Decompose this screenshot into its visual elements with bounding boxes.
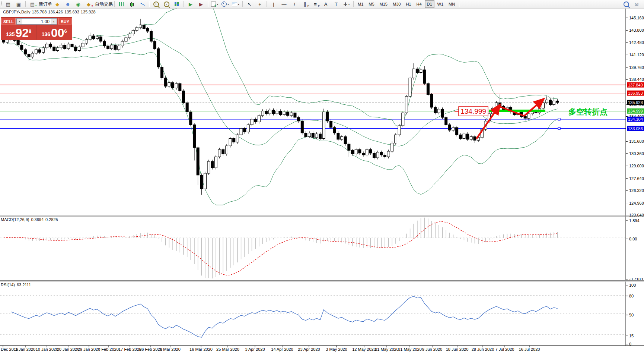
svg-text:145.160: 145.160: [629, 16, 644, 20]
periods-icon[interactable]: ▾: [220, 0, 230, 8]
buy-button[interactable]: BUY: [58, 18, 71, 25]
svg-text:126.320: 126.320: [629, 188, 644, 193]
rsi-indicator-label: RSI(14)63.2111: [1, 283, 33, 287]
buy-price-sup: 6: [64, 28, 67, 34]
chart-canvas[interactable]: 145.160143.800142.480141.120139.760138.4…: [0, 0, 644, 353]
svg-text:7 Jul 2020: 7 Jul 2020: [495, 347, 514, 352]
auto-scroll-icon[interactable]: ▶: [186, 0, 195, 8]
ohlc-close: 135.928: [81, 10, 96, 14]
trendline-icon[interactable]: /: [290, 0, 299, 8]
crosshair-icon[interactable]: +: [255, 0, 265, 8]
chat-icon[interactable]: ✉: [632, 0, 641, 8]
mql5-community-icon[interactable]: ◆: [52, 0, 62, 8]
timeframe-m5-button[interactable]: M5: [366, 0, 376, 8]
svg-text:137.849: 137.849: [628, 83, 643, 87]
text-label-icon[interactable]: T: [331, 0, 341, 8]
chart-window-icon[interactable]: ▤: [3, 0, 13, 8]
sell-price-prefix: 135: [6, 30, 15, 38]
svg-text:133.086: 133.086: [628, 126, 643, 131]
one-click-trading-panel: SELL ▼ 1.00 ▲ BUY 135928 136006: [1, 17, 72, 40]
sell-price-sup: 8: [29, 28, 31, 34]
timeframe-m1-button[interactable]: M1: [356, 0, 366, 8]
volume-down-icon[interactable]: ▼: [17, 19, 22, 24]
buy-price-big: 00: [51, 28, 64, 38]
line-chart-icon[interactable]: [137, 0, 147, 8]
candlestick-chart-icon[interactable]: [127, 0, 137, 8]
vertical-line-icon[interactable]: |: [269, 0, 278, 8]
macd-value: 0.3694: [31, 217, 44, 222]
macd-name: MACD(12,26,9): [1, 217, 29, 222]
svg-text:26 Feb 2020: 26 Feb 2020: [139, 347, 162, 352]
svg-text:15: 15: [629, 334, 634, 338]
svg-text:124.960: 124.960: [629, 201, 644, 205]
timeframe-h1-button[interactable]: H1: [404, 0, 413, 8]
svg-text:14 Apr 2020: 14 Apr 2020: [271, 347, 293, 352]
svg-text:-3.7183: -3.7183: [629, 277, 643, 281]
bar-chart-icon[interactable]: [117, 0, 126, 8]
auto-trading-icon[interactable]: ◆●: [84, 0, 93, 8]
buy-price[interactable]: 136006: [37, 25, 72, 40]
svg-text:28 Jun 2020: 28 Jun 2020: [472, 347, 494, 352]
signals-icon[interactable]: ☻: [63, 0, 73, 8]
svg-text:135.928: 135.928: [628, 100, 643, 105]
buy-price-prefix: 136: [42, 30, 50, 38]
timeframe-m15-button[interactable]: M15: [377, 0, 390, 8]
volume-spinner[interactable]: ▼ 1.00 ▲: [16, 18, 57, 25]
svg-text:136.953: 136.953: [628, 91, 643, 95]
main-toolbar: ▤▣▤+新订单◆☻◉◆●自动交易+-▶▶▾▾▾↖+|—/∥E≡FAT✚▾M1M5…: [0, 0, 644, 9]
svg-text:141.120: 141.120: [629, 53, 644, 57]
svg-text:80: 80: [629, 294, 634, 298]
svg-text:10 Jan 2020: 10 Jan 2020: [36, 347, 58, 352]
macd-signal-value: 0.2825: [45, 217, 58, 222]
equidistant-channel-icon[interactable]: ∥E: [300, 0, 310, 8]
chart-shift-icon[interactable]: ▶: [196, 0, 206, 8]
timeframe-d1-button[interactable]: D1: [425, 0, 434, 8]
text-icon[interactable]: A: [321, 0, 331, 8]
market-news-icon[interactable]: ◉: [73, 0, 83, 8]
bull-bear-turning-point-note: 多空转折点: [568, 107, 608, 116]
svg-text:1 Jan 2020: 1 Jan 2020: [15, 347, 35, 352]
svg-text:100: 100: [629, 283, 636, 287]
svg-text:23 Apr 2020: 23 Apr 2020: [298, 347, 320, 352]
volume-value[interactable]: 1.00: [22, 19, 51, 24]
templates-icon[interactable]: ▾: [231, 0, 240, 8]
svg-text:3 May 2020: 3 May 2020: [326, 347, 347, 352]
zoom-out-icon[interactable]: -: [162, 0, 171, 8]
svg-text:0.00: 0.00: [629, 237, 637, 241]
svg-text:3 Apr 2020: 3 Apr 2020: [245, 347, 265, 352]
svg-text:7 Feb 2020: 7 Feb 2020: [98, 347, 119, 352]
ohlc-high: 136.426: [48, 10, 63, 14]
timeframe-h4-button[interactable]: H4: [414, 0, 424, 8]
bar-chart-icon: [119, 2, 124, 6]
sell-button[interactable]: SELL: [1, 18, 16, 25]
fibonacci-icon[interactable]: ≡F: [310, 0, 320, 8]
svg-text:29 Jan 2020: 29 Jan 2020: [78, 347, 101, 352]
new-order-label[interactable]: 新订单: [39, 1, 52, 7]
zoom-in-icon[interactable]: +: [151, 0, 161, 8]
svg-text:20 Jan 2020: 20 Jan 2020: [57, 347, 80, 352]
auto-trading-label[interactable]: 自动交易: [95, 1, 113, 7]
horizontal-line-icon[interactable]: —: [279, 0, 289, 8]
tile-windows-icon[interactable]: [172, 0, 182, 8]
volume-up-icon[interactable]: ▲: [51, 19, 57, 24]
sell-price[interactable]: 135928: [1, 25, 36, 40]
svg-text:131.680: 131.680: [629, 139, 644, 144]
rsi-value: 63.2111: [17, 283, 31, 287]
svg-text:16 Jul 2020: 16 Jul 2020: [519, 347, 540, 352]
cursor-icon[interactable]: ↖: [245, 0, 254, 8]
rsi-name: RSI(14): [1, 283, 15, 287]
timeframe-w1-button[interactable]: W1: [435, 0, 446, 8]
window-preview-icon[interactable]: ▣: [14, 0, 23, 8]
indicators-icon[interactable]: ▾: [210, 0, 220, 8]
new-order-icon[interactable]: ▤+: [28, 0, 37, 8]
timeframe-mn-button[interactable]: MN: [446, 0, 457, 8]
svg-text:17 Feb 2020: 17 Feb 2020: [118, 347, 141, 352]
svg-text:142.480: 142.480: [629, 40, 644, 45]
svg-text:9 Jun 2020: 9 Jun 2020: [422, 347, 442, 352]
svg-text:139.760: 139.760: [629, 65, 644, 70]
mt4-window: 145.160143.800142.480141.120139.760138.4…: [0, 0, 644, 353]
shapes-icon[interactable]: ✚▾: [342, 0, 351, 8]
timeframe-m30-button[interactable]: M30: [390, 0, 403, 8]
search-icon[interactable]: [621, 0, 631, 8]
symbol-period-label: GBPJPY-,Daily: [3, 10, 31, 14]
